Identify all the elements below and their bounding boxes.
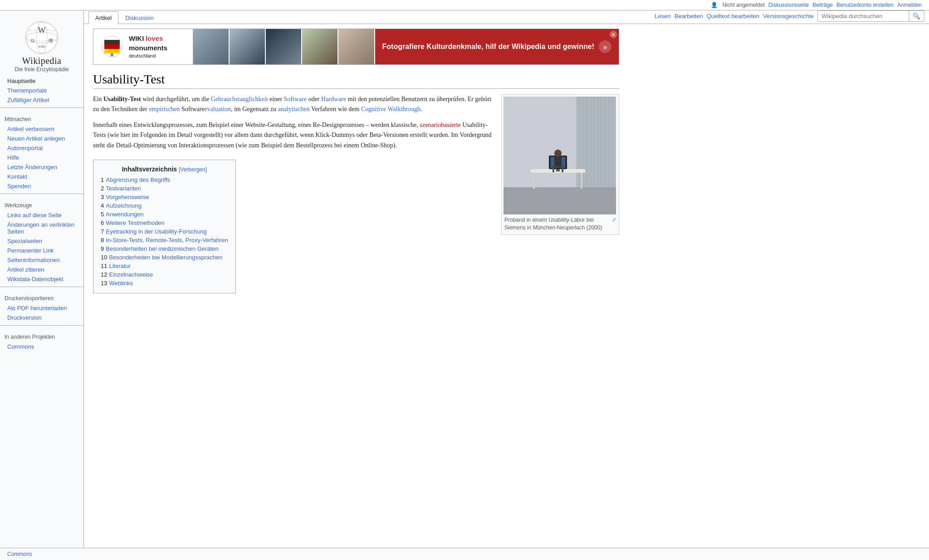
article-body: Ein Usability-Test wird durchgeführt, um…	[93, 94, 619, 293]
tab-read[interactable]: Lesen	[655, 13, 670, 19]
sidebar-item-author[interactable]: Autorenportal	[0, 143, 83, 153]
content-area: Artikel Diskussion Lesen Bearbeiten Quel…	[84, 10, 929, 557]
toc-link[interactable]: Besonderheiten bei medizinischen Geräten	[106, 245, 219, 252]
toc-number: 5	[101, 211, 104, 218]
svg-rect-36	[562, 168, 563, 172]
sidebar-divider-4	[0, 325, 83, 326]
sidebar-item-cite[interactable]: Artikel zitieren	[0, 265, 83, 274]
toc-item: 4Aufzeichnung	[101, 201, 228, 210]
footer-commons-link[interactable]: Commons	[7, 551, 32, 557]
toc-link[interactable]: Anwendungen	[106, 211, 143, 218]
banner-photos	[193, 29, 375, 64]
discussion-link[interactable]: Diskussionsseite	[768, 2, 809, 8]
link-cognitive-walkthrough[interactable]: Cognitive Walkthrough	[361, 106, 420, 112]
sidebar-item-improve[interactable]: Artikel verbessern	[0, 124, 83, 134]
sidebar-item-permalink[interactable]: Permanenter Link	[0, 246, 83, 255]
sidebar-item-themenportale[interactable]: Themenportale	[0, 86, 83, 95]
banner-wiki-text: WIKI	[129, 34, 144, 42]
search-box: 🔍	[817, 10, 924, 22]
banner-deutschland-text: deutschland	[129, 53, 167, 59]
toc-link[interactable]: Besonderheiten bei Modellierungssprachen	[109, 254, 222, 261]
banner-photo-4	[302, 29, 338, 64]
sidebar: W Ω 维 wiki Wikipedia Die freie Enzyklopä…	[0, 10, 84, 557]
sidebar-item-wikidata[interactable]: Wikidata-Datenobjekt	[0, 274, 83, 284]
banner-loves-text: loves	[146, 34, 163, 42]
contributions-link[interactable]: Beiträge	[812, 2, 833, 8]
banner-close-button[interactable]: ✕	[610, 31, 617, 38]
tab-edit[interactable]: Bearbeiten	[675, 13, 703, 19]
link-software[interactable]: Software	[284, 96, 307, 102]
wiki-loves-banner: 🏛 WIKI loves monuments deutschland	[93, 29, 619, 65]
svg-rect-35	[553, 168, 554, 172]
page-content: 🏛 WIKI loves monuments deutschland	[84, 24, 628, 302]
image-box: ⤢ Proband in einem Usability-Labor bei S…	[501, 94, 619, 235]
toc-item: 9Besonderheiten bei medizinischen Geräte…	[101, 244, 228, 253]
toc-hide-link[interactable]: [Verbergen]	[179, 166, 207, 173]
sidebar-item-related[interactable]: Änderungen an verlinkten Seiten	[0, 220, 83, 236]
sidebar-item-special[interactable]: Spezialseiten	[0, 236, 83, 246]
toc-link[interactable]: Einzelnachweise	[109, 271, 153, 278]
table-of-contents: Inhaltsverzeichnis [Verbergen] 1Abgrenzu…	[93, 160, 236, 293]
not-logged-in: Nicht angemeldet	[722, 2, 764, 8]
sidebar-item-random[interactable]: Zufälliger Artikel	[0, 95, 83, 105]
toc-link[interactable]: Eyetracking in der Usability-Forschung	[106, 228, 207, 235]
login-link[interactable]: Anmelden	[897, 2, 922, 8]
para1-bold: Usability-Test	[103, 96, 141, 102]
toc-link[interactable]: In-Store-Tests, Remote-Tests, Proxy-Verf…	[106, 237, 228, 243]
tab-article[interactable]: Artikel	[88, 11, 118, 24]
toc-link[interactable]: Weblinks	[109, 280, 133, 287]
sidebar-item-commons[interactable]: Commons	[0, 342, 83, 351]
search-input[interactable]	[818, 11, 909, 21]
toc-link[interactable]: Abgrenzung des Begriffs	[106, 176, 170, 183]
create-account-link[interactable]: Benutzerkonto erstellen	[836, 2, 894, 8]
toc-number: 13	[101, 280, 107, 287]
sidebar-item-donate[interactable]: Spenden	[0, 181, 83, 191]
article-title: Usability-Test	[93, 72, 619, 89]
link-hardware[interactable]: Hardware	[321, 96, 346, 102]
image-caption: ⤢ Proband in einem Usability-Labor bei S…	[504, 214, 617, 233]
toc-link[interactable]: Vorgehensweise	[106, 194, 149, 200]
toc-link[interactable]: Testvarianten	[106, 185, 141, 192]
search-button[interactable]: 🔍	[909, 11, 924, 21]
site-tagline: Die freie Enzyklopädie	[0, 66, 83, 73]
sidebar-item-changes[interactable]: Letzte Änderungen	[0, 162, 83, 172]
sidebar-item-new-article[interactable]: Neuen Artikel anlegen	[0, 134, 83, 143]
main-layout: W Ω 维 wiki Wikipedia Die freie Enzyklopä…	[0, 10, 929, 557]
link-gebrauchstauglichkeit[interactable]: Gebrauchstauglichkeit	[211, 96, 268, 102]
tab-history[interactable]: Versionsgeschichte	[763, 13, 814, 19]
link-szenariobasierte[interactable]: szenariobasierte	[420, 122, 461, 128]
toc-number: 6	[101, 219, 104, 226]
svg-rect-27	[533, 173, 535, 189]
toc-link[interactable]: Literatur	[109, 263, 131, 269]
expand-icon[interactable]: ⤢	[612, 216, 616, 223]
banner-cta-arrow[interactable]: »	[599, 40, 611, 53]
toc-link[interactable]: Aufzeichnung	[106, 202, 142, 209]
tabs-left: Artikel Diskussion	[88, 11, 161, 24]
link-evaluation[interactable]: evaluation	[205, 106, 231, 112]
tab-source-edit[interactable]: Quelltext bearbeiten	[707, 13, 759, 19]
svg-point-32	[554, 150, 562, 157]
sidebar-item-hauptseite[interactable]: Hauptseite	[0, 76, 83, 86]
sidebar-item-pdf[interactable]: Als PDF herunterladen	[0, 303, 83, 313]
toc-number: 8	[101, 237, 104, 243]
banner-monuments-text: monuments	[129, 43, 167, 53]
sidebar-item-links[interactable]: Links auf diese Seite	[0, 210, 83, 220]
toc-link[interactable]: Weitere Testmethoden	[106, 219, 165, 226]
sidebar-nav-tools: Links auf diese Seite Änderungen an verl…	[0, 210, 83, 284]
banner-photo-3	[266, 29, 302, 64]
sidebar-item-page-info[interactable]: Seiteninformationen	[0, 255, 83, 265]
sidebar-item-print[interactable]: Druckversion	[0, 313, 83, 322]
sidebar-item-help[interactable]: Hilfe	[0, 153, 83, 162]
toc-item: 1Abgrenzung des Begriffs	[101, 175, 228, 184]
toc-number: 9	[101, 245, 104, 252]
wiki-loves-text: WIKI loves monuments deutschland	[129, 34, 167, 60]
tab-discussion[interactable]: Diskussion	[118, 11, 161, 24]
sidebar-logo: W Ω 维 wiki Wikipedia Die freie Enzyklopä…	[0, 15, 83, 76]
toc-item: 12Einzelnachweise	[101, 270, 228, 279]
svg-rect-9	[104, 40, 120, 44]
sidebar-item-contact[interactable]: Kontakt	[0, 172, 83, 181]
link-analytischen[interactable]: analytischen	[278, 106, 310, 112]
link-empirischen[interactable]: empirischen	[149, 106, 180, 112]
site-name: Wikipedia	[0, 56, 83, 66]
sidebar-divider-3	[0, 287, 83, 287]
